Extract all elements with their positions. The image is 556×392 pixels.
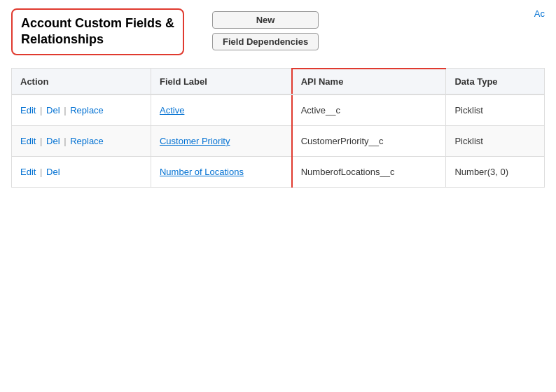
del-link-3[interactable]: Del (46, 167, 60, 177)
del-link-2[interactable]: Del (46, 136, 60, 146)
header-buttons: New Field Dependencies (212, 8, 319, 50)
action-links-2: Edit | Del | Replace (20, 136, 104, 146)
table-row: Edit | Del | Replace Active Active__c Pi… (12, 94, 545, 126)
api-name-cell-1: Active__c (292, 94, 446, 126)
field-label-link-3[interactable]: Number of Locations (160, 167, 244, 177)
header-top-right-link[interactable]: Ac (534, 8, 545, 19)
api-name-cell-2: CustomerPriority__c (292, 125, 446, 156)
custom-fields-table: Action Field Label API Name Data Type Ed… (11, 68, 545, 188)
api-name-cell-3: NumberofLocations__c (292, 156, 446, 187)
action-links-1: Edit | Del | Replace (20, 105, 104, 115)
page-title-box: Account Custom Fields & Relationships (11, 8, 184, 55)
table-row: Edit | Del Number of Locations NumberofL… (12, 156, 545, 187)
field-label-cell-1: Active (151, 94, 291, 126)
field-label-cell-2: Customer Priority (151, 125, 291, 156)
table-header-row: Action Field Label API Name Data Type (12, 69, 545, 94)
data-type-cell-1: Picklist (446, 94, 545, 126)
col-header-api-name: API Name (292, 69, 446, 94)
col-header-field-label: Field Label (151, 69, 291, 94)
edit-link-1[interactable]: Edit (20, 105, 36, 115)
field-dependencies-button[interactable]: Field Dependencies (212, 33, 319, 50)
replace-link-2[interactable]: Replace (70, 136, 104, 146)
action-cell-2: Edit | Del | Replace (12, 125, 151, 156)
action-links-3: Edit | Del (20, 167, 60, 177)
edit-link-2[interactable]: Edit (20, 136, 36, 146)
data-type-cell-2: Picklist (446, 125, 545, 156)
col-header-action: Action (12, 69, 151, 94)
page-title: Account Custom Fields & Relationships (21, 15, 174, 48)
field-label-link-2[interactable]: Customer Priority (160, 136, 230, 146)
replace-link-1[interactable]: Replace (70, 105, 104, 115)
page-container: Account Custom Fields & Relationships Ne… (0, 0, 556, 196)
header-right: New Field Dependencies Ac (212, 8, 545, 50)
action-cell-1: Edit | Del | Replace (12, 94, 151, 126)
del-link-1[interactable]: Del (46, 105, 60, 115)
header-area: Account Custom Fields & Relationships Ne… (11, 8, 545, 55)
data-type-cell-3: Number(3, 0) (446, 156, 545, 187)
col-header-data-type: Data Type (446, 69, 545, 94)
new-button[interactable]: New (212, 11, 319, 29)
field-label-cell-3: Number of Locations (151, 156, 291, 187)
action-cell-3: Edit | Del (12, 156, 151, 187)
edit-link-3[interactable]: Edit (20, 167, 36, 177)
field-label-link-1[interactable]: Active (160, 105, 184, 115)
table-row: Edit | Del | Replace Customer Priority C… (12, 125, 545, 156)
